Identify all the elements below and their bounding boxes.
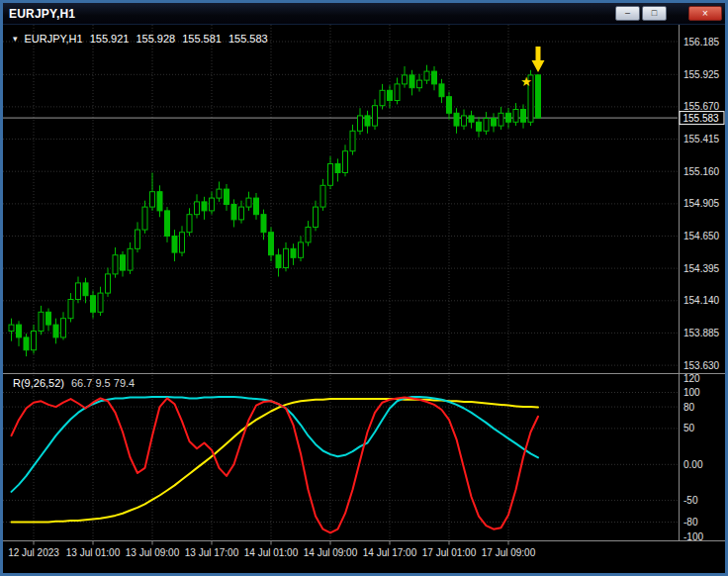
candle-body	[24, 337, 29, 350]
candle-body	[121, 255, 126, 270]
candle-body	[276, 255, 281, 268]
price-axis-label: 154.395	[683, 263, 720, 274]
minimize-button[interactable]: –	[615, 6, 640, 21]
candle-body	[98, 293, 103, 312]
candle-body	[358, 116, 363, 131]
candle-body	[210, 198, 215, 211]
oscillator-axis-label: 80	[683, 402, 695, 413]
candle-body	[506, 113, 511, 122]
candle-body	[439, 84, 444, 97]
price-axis-label: 153.885	[683, 328, 720, 338]
oscillator-axis-label: 0.00	[683, 459, 703, 470]
candle-body	[306, 228, 311, 242]
candle-body	[217, 189, 222, 198]
restore-button[interactable]: □	[642, 6, 667, 21]
candle-body	[150, 192, 155, 207]
star-marker-icon[interactable]: ★	[520, 74, 532, 89]
time-axis-label: 13 Jul 09:00	[126, 547, 180, 558]
price-axis-label: 154.650	[683, 231, 720, 241]
candle-body	[462, 116, 467, 126]
candle-body	[195, 202, 200, 215]
window-controls: – □ ×	[615, 6, 725, 21]
candle-body	[521, 110, 526, 123]
candle-body	[492, 119, 497, 127]
arrow-down-marker-icon[interactable]	[532, 47, 545, 72]
candle-body	[432, 71, 437, 84]
candle-body	[261, 215, 266, 233]
candle-body	[9, 325, 14, 331]
title-bar[interactable]: EURJPY,H1 – □ ×	[3, 3, 725, 25]
chart-canvas[interactable]: 156.185155.925155.670155.415155.160154.9…	[3, 25, 725, 573]
candle-body	[32, 332, 37, 350]
time-axis-label: 12 Jul 2023	[8, 547, 59, 558]
candle-body	[536, 75, 541, 118]
price-axis-label: 153.630	[683, 360, 720, 371]
candle-body	[83, 283, 88, 296]
candle-body	[373, 106, 378, 126]
candle-body	[499, 113, 503, 126]
candle-body	[314, 207, 318, 227]
candle-body	[291, 248, 296, 257]
candle-body	[113, 255, 118, 274]
price-axis-label: 155.160	[683, 166, 720, 177]
candle-body	[136, 230, 140, 248]
candle-body	[513, 110, 518, 123]
candle-body	[239, 207, 244, 220]
candle-body	[447, 97, 452, 114]
candle-body	[231, 205, 236, 220]
candle-body	[335, 164, 340, 173]
oscillator-axis-label: 100	[683, 387, 700, 398]
oscillator-axis-label: -50	[683, 495, 698, 506]
candle-body	[454, 113, 459, 126]
candle-body	[246, 198, 251, 207]
time-axis-label: 13 Jul 17:00	[185, 547, 239, 558]
candle-body	[172, 237, 177, 253]
time-axis-label: 14 Jul 09:00	[304, 547, 358, 558]
chart-window: EURJPY,H1 – □ × 156.185155.925155.670155…	[0, 0, 728, 576]
oscillator-line-cyan	[12, 397, 539, 492]
time-axis-label: 14 Jul 17:00	[363, 547, 417, 558]
candle-body	[187, 215, 192, 233]
candle-body	[350, 131, 355, 150]
oscillator-axis-label: -80	[683, 517, 698, 528]
candlestick-series	[9, 65, 541, 356]
restore-icon: □	[652, 9, 657, 18]
candle-body	[91, 296, 96, 313]
oscillator-line-red	[12, 398, 539, 533]
time-axis-label: 17 Jul 09:00	[482, 547, 536, 558]
candle-body	[142, 207, 147, 230]
candle-body	[128, 248, 133, 270]
oscillator-axis-label: 120	[683, 373, 700, 384]
candle-body	[284, 248, 289, 267]
candle-body	[469, 116, 474, 122]
price-axis-label: 156.185	[683, 37, 720, 48]
candle-body	[320, 185, 325, 207]
candle-body	[225, 189, 229, 204]
candle-body	[76, 283, 81, 300]
candle-body	[299, 242, 304, 257]
candle-body	[46, 312, 51, 325]
candle-body	[365, 116, 370, 126]
candle-body	[417, 80, 422, 88]
candle-body	[254, 198, 259, 215]
candle-body	[39, 312, 44, 331]
close-button[interactable]: ×	[688, 6, 722, 21]
candle-body	[395, 84, 400, 101]
price-axis-label: 155.670	[683, 101, 720, 112]
candle-body	[484, 119, 489, 132]
candle-body	[380, 90, 385, 105]
candle-body	[403, 75, 408, 84]
oscillator-axis-label: -100	[683, 531, 703, 542]
candle-body	[410, 75, 414, 88]
candle-body	[269, 233, 274, 255]
time-axis-label: 13 Jul 01:00	[66, 547, 121, 558]
time-axis-label: 17 Jul 01:00	[422, 547, 477, 558]
chart-content: 156.185155.925155.670155.415155.160154.9…	[3, 25, 725, 573]
candle-body	[157, 192, 162, 211]
time-axis-label: 14 Jul 01:00	[244, 547, 299, 558]
price-axis-label: 154.140	[683, 295, 720, 306]
close-icon: ×	[702, 9, 708, 18]
candle-body	[68, 300, 73, 319]
price-axis-label: 155.415	[683, 134, 720, 144]
price-axis-label: 155.925	[683, 69, 720, 80]
